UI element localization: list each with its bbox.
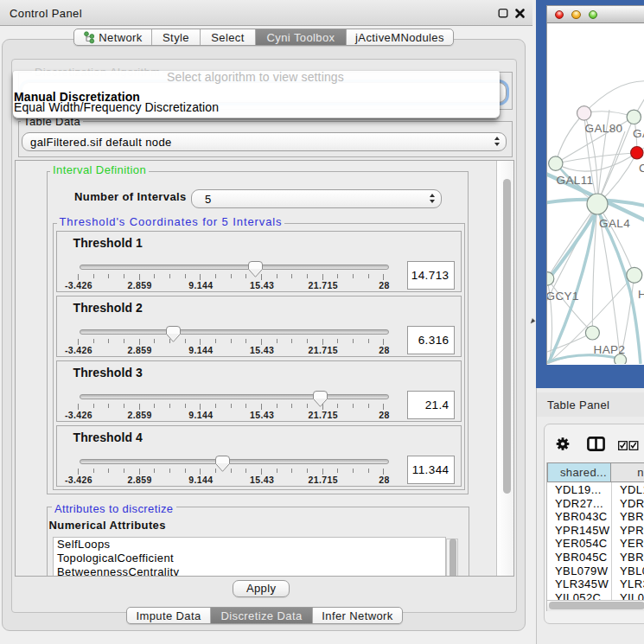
svg-text:GCY1: GCY1	[547, 290, 579, 303]
svg-text:GAL80: GAL80	[585, 122, 623, 135]
svg-text:HAP2: HAP2	[594, 343, 626, 356]
svg-text:GA: GA	[633, 127, 644, 140]
svg-text:GAL11: GAL11	[557, 174, 594, 187]
svg-text:C: C	[639, 162, 644, 175]
svg-text:H: H	[638, 288, 644, 301]
svg-text:GAL4: GAL4	[599, 217, 630, 230]
